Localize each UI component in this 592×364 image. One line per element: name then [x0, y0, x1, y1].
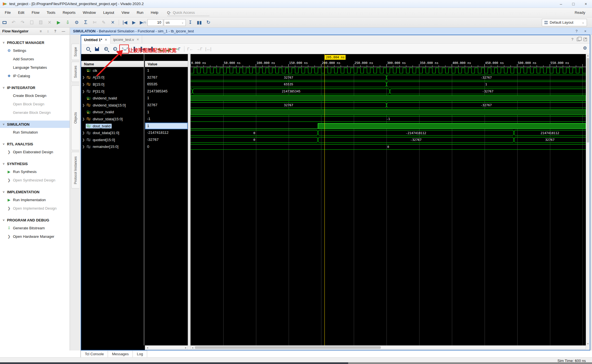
- flow-section-synthesis[interactable]: ˅SYNTHESIS: [0, 160, 70, 167]
- menu-tools[interactable]: Tools: [43, 8, 59, 17]
- menu-window[interactable]: Window: [79, 8, 100, 17]
- signal-value-B-15-0-[interactable]: 65535: [145, 81, 188, 88]
- previous-marker-icon[interactable]: Γ←: [186, 45, 194, 53]
- zoom-out-icon[interactable]: −: [111, 45, 119, 53]
- expand-chevron-icon[interactable]: ❯: [81, 117, 86, 121]
- menu-run[interactable]: Run: [133, 8, 147, 17]
- restart-sim-icon[interactable]: |◀: [121, 19, 129, 26]
- sidebar-item-generate-block-design[interactable]: Generate Block Design: [0, 108, 70, 117]
- signal-value-P-31-0-[interactable]: 2147385345: [145, 88, 188, 95]
- name-column-header[interactable]: Name: [81, 61, 144, 67]
- signal-value-dividend_tvalid[interactable]: 1: [145, 95, 188, 102]
- bottom-tab-log[interactable]: Log: [132, 350, 147, 357]
- paste-icon[interactable]: [36, 19, 45, 26]
- maximize-button[interactable]: □: [567, 0, 580, 8]
- help-icon[interactable]: ?: [571, 37, 573, 41]
- signal-value-dout_tvalid[interactable]: 1: [145, 123, 188, 130]
- wave-plot[interactable]: 0.000 ns50.000 ns100.000 ns150.000 ns200…: [191, 54, 586, 345]
- find-icon[interactable]: [84, 45, 92, 53]
- sidebar-item-open-hardware-manager[interactable]: ❯Open Hardware Manager: [0, 232, 70, 241]
- tab-untitled-1[interactable]: Untitled 1*✕: [81, 35, 111, 44]
- maximize-panel-icon[interactable]: [584, 38, 587, 41]
- sidebar-item-run-simulation[interactable]: Run Simulation: [0, 128, 70, 136]
- signal-row-divisor_tvalid[interactable]: divisor_tvalid: [81, 109, 144, 116]
- tab-ipcore-test[interactable]: ipcore_test.v✕: [111, 35, 142, 44]
- sidebar-item-open-block-design[interactable]: Open Block Design: [0, 100, 70, 108]
- minimize-button[interactable]: –: [555, 0, 567, 8]
- sidebar-item-language-templates[interactable]: Language Templates: [0, 63, 70, 72]
- open-file-icon[interactable]: [0, 19, 9, 26]
- vertical-scrollbar[interactable]: ▲▼: [586, 54, 590, 345]
- zoom-fit-icon[interactable]: ⤡⤢: [120, 45, 128, 53]
- signal-row-dout_tdata-31-0-[interactable]: ❯dout_tdata[31:0]: [81, 129, 144, 136]
- flow-section-implementation[interactable]: ˅IMPLEMENTATION: [0, 188, 70, 196]
- signal-value-divisor_tdata-15-0-[interactable]: -1: [145, 116, 188, 123]
- flow-section-rtl-analysis[interactable]: ˅RTL ANALYSIS: [0, 140, 70, 148]
- signal-row-quotient-15-0-[interactable]: ❯quotient[15:0]: [81, 136, 144, 143]
- cut-icon[interactable]: ✄: [90, 19, 99, 26]
- signal-row-clk[interactable]: clk: [81, 67, 144, 74]
- quick-access-search[interactable]: Q· Quick Access: [167, 9, 209, 16]
- next-marker-icon[interactable]: →Γ: [195, 45, 203, 53]
- relaunch-icon[interactable]: ↻: [204, 19, 213, 26]
- run-icon[interactable]: ▶: [54, 19, 63, 26]
- flow-section-ip-integrator[interactable]: ˅IP INTEGRATOR: [0, 84, 70, 91]
- wave-settings-gear-icon[interactable]: ⚙: [583, 45, 587, 51]
- sidebar-item-generate-bitstream[interactable]: ⇩Generate Bitstream: [0, 224, 70, 232]
- redo-icon[interactable]: ↷: [18, 19, 27, 26]
- run-time-input[interactable]: [147, 19, 163, 26]
- menu-flow[interactable]: Flow: [28, 8, 43, 17]
- copy-icon[interactable]: [27, 19, 36, 26]
- sidebar-item-ip-catalog[interactable]: ❖IP Catalog: [0, 72, 70, 80]
- report-sigma-icon[interactable]: Σ: [81, 19, 90, 26]
- signal-row-dout_tvalid[interactable]: dout_tvalid: [81, 123, 144, 130]
- signal-row-A-15-0-[interactable]: ❯A[15:0]: [81, 74, 144, 81]
- run-for-time-icon[interactable]: ▶(T): [139, 19, 147, 26]
- expand-chevron-icon[interactable]: ❯: [81, 138, 86, 142]
- step-icon[interactable]: ↧: [186, 19, 195, 26]
- layout-select[interactable]: Default Layout ⌄: [542, 19, 587, 26]
- sidebar-item-open-implemented-design[interactable]: ❯Open Implemented Design: [0, 204, 70, 212]
- settings-gear-icon[interactable]: ⚙: [72, 19, 81, 26]
- panel-splitter[interactable]: [188, 54, 191, 345]
- side-tab-protocol-instances[interactable]: Protocol Instances: [71, 152, 79, 188]
- menu-layout[interactable]: Layout: [100, 8, 118, 17]
- expand-chevron-icon[interactable]: ❯: [81, 145, 86, 148]
- time-unit-select[interactable]: us⌄: [164, 19, 186, 26]
- undo-icon[interactable]: ↶: [9, 19, 18, 26]
- expand-chevron-icon[interactable]: ❯: [81, 131, 86, 135]
- signal-value-quotient-15-0-[interactable]: -32767: [145, 136, 188, 143]
- menu-view[interactable]: View: [118, 8, 133, 17]
- sidebar-item-settings[interactable]: ⚙Settings: [0, 46, 70, 55]
- side-tab-objects[interactable]: Objects: [71, 85, 79, 150]
- flow-section-simulation[interactable]: ˅SIMULATION: [0, 121, 70, 128]
- flow-section-program-and-debug[interactable]: ˅PROGRAM AND DEBUG: [0, 216, 70, 224]
- signal-value-divisor_tvalid[interactable]: 1: [145, 109, 188, 116]
- swap-cursor-icon[interactable]: |↔|: [204, 45, 212, 53]
- sidebar-item-open-synthesized-design[interactable]: ❯Open Synthesized Design: [0, 176, 70, 184]
- signal-row-divisor_tdata-15-0-[interactable]: ❯divisor_tdata[15:0]: [81, 116, 144, 123]
- bottom-tab-messages[interactable]: Messages: [108, 350, 133, 357]
- run-all-icon[interactable]: ▶: [130, 19, 138, 26]
- sidebar-item-run-implementation[interactable]: ▶Run Implementation: [0, 196, 70, 204]
- signal-value-A-15-0-[interactable]: 32767: [145, 74, 188, 81]
- signal-row-dividend_tvalid[interactable]: dividend_tvalid: [81, 95, 144, 102]
- float-window-icon[interactable]: [577, 38, 580, 41]
- close-icon[interactable]: ✕: [136, 38, 139, 41]
- bottom-tab-tcl-console[interactable]: Tcl Console: [81, 350, 108, 357]
- value-column-header[interactable]: Value: [145, 61, 188, 67]
- flow-navigator-header-icons[interactable]: ≡ ↕ ? —: [40, 29, 67, 33]
- value-scrollbar[interactable]: ◂▸: [145, 346, 188, 349]
- signal-row-dividend_tdata-15-0-[interactable]: ❯dividend_tdata[15:0]: [81, 102, 144, 109]
- side-tab-sources[interactable]: Sources: [71, 62, 79, 82]
- signal-value-remainder-15-0-[interactable]: 0: [145, 143, 188, 150]
- close-icon[interactable]: ✕: [105, 38, 107, 42]
- sidebar-item-run-synthesis[interactable]: ▶Run Synthesis: [0, 167, 70, 176]
- signal-value-dout_tdata-31-0-[interactable]: -2147418112: [145, 129, 188, 136]
- signal-row-remainder-15-0-[interactable]: ❯remainder[15:0]: [81, 143, 144, 150]
- menu-help[interactable]: Help: [147, 8, 162, 17]
- pause-icon[interactable]: ▮▮: [195, 19, 204, 26]
- signal-value-dividend_tdata-15-0-[interactable]: 32767: [145, 102, 188, 109]
- cursor-line[interactable]: [324, 54, 325, 345]
- generate-bitstream-icon[interactable]: ⇩: [63, 19, 72, 26]
